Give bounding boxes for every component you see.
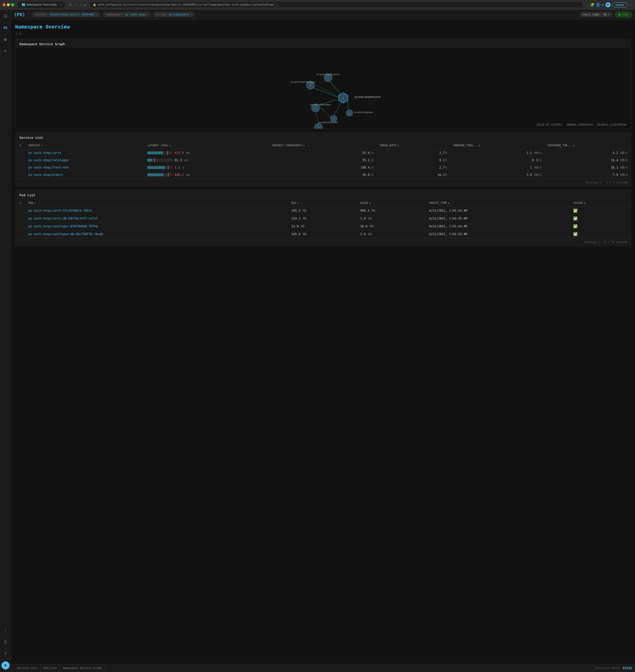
service-graph-area[interactable]: ⊟ px-sock-shop/front-end ⊟ px-sock-shop/… [15, 48, 631, 129]
toolbar-divider-1 [28, 12, 29, 17]
sidebar-logo: PX [1, 24, 9, 32]
service-col-resize [46, 144, 46, 147]
back-button[interactable]: ‹ [75, 3, 78, 7]
browser-tab[interactable]: PX Namespace Overview ✕ [18, 1, 65, 8]
bottom-nav-service-list[interactable]: Service List [14, 664, 40, 672]
bookmarks-icon[interactable]: ☆ [587, 3, 589, 7]
more-icon[interactable]: ⋮ [629, 3, 633, 7]
bottom-nav-pod-list[interactable]: Pod List [40, 664, 60, 672]
svg-line-3 [348, 101, 348, 110]
create-time-col-resize [453, 201, 453, 204]
service-col-error[interactable]: ERROR_RATE ⇅ [377, 142, 450, 149]
sidebar-grid-icon[interactable]: ⊞ [1, 47, 9, 55]
pod-col-rss[interactable]: RSS ⇅ [288, 199, 357, 207]
start-time-selector[interactable]: start_time: -5m ▾ [579, 12, 613, 17]
service-col-service[interactable]: SERVICE ↑ [25, 142, 145, 149]
pod-row-name[interactable]: px-sock-shop/carts-db-64ff6c747f-vzfsf [25, 215, 288, 222]
pod-col-vsize[interactable]: VSIZE ⇅ [357, 199, 426, 207]
service-col-throughput[interactable]: REQUEST_THROUGHPUT ⇅ [269, 142, 377, 149]
service-col-inbound[interactable]: INBOUND_THRO... ⇅ [450, 142, 545, 149]
service-list-table-container: ≡ SERVICE ↑ [15, 142, 631, 179]
sidebar-menu-icon[interactable]: ☰ [1, 12, 9, 20]
sidebar-alert-icon[interactable]: ! [1, 627, 9, 635]
service-row-name[interactable]: px-sock-shop/orders [25, 171, 145, 179]
pixie-brand-bottom: PIXIE [623, 667, 632, 670]
page-expand-icon[interactable]: ✦ [19, 31, 21, 35]
play-icon: ▶ [619, 13, 621, 16]
pod-list-table: ≡ POD ↑ RSS [15, 199, 631, 238]
maximize-dot[interactable] [11, 3, 14, 6]
pod-row-name[interactable]: px-sock-shop/catalogue-db-69cf48ff8-rbvp… [25, 230, 288, 238]
disable-clustering-button[interactable]: DISABLE CLUSTERING [597, 123, 627, 126]
service-graph-svg: ⊟ px-sock-shop/front-end ⊟ px-sock-shop/… [15, 48, 631, 129]
rss-sort-icon: ⇅ [297, 201, 299, 204]
pod-row-rss: 13.9 MB [288, 222, 357, 230]
script-selector[interactable]: script: px/namespace ▾ [153, 12, 194, 17]
pod-row-create-time: 4/21/2021, 1:01:25 AM [426, 215, 570, 222]
bottom-toolbar: Service List Pod List Namespace Service … [11, 664, 635, 672]
svg-text:⊟: ⊟ [315, 107, 316, 109]
service-row-inbound: 1.1 KB/s [450, 149, 545, 157]
bottom-nav-namespace-graph[interactable]: Namespace Service Graph [60, 664, 105, 672]
pod-menu-icon[interactable]: ≡ [18, 201, 22, 204]
svg-text:⊟: ⊟ [327, 77, 329, 79]
svg-line-6 [320, 106, 331, 117]
service-list-footer: Showing 1 - 5 / 7 records [15, 179, 631, 186]
sidebar-help-icon[interactable]: ? [1, 650, 9, 658]
service-row-name[interactable]: px-sock-shop/catalogue [25, 157, 145, 164]
pod-list-table-container: ≡ POD ↑ RSS [15, 199, 631, 238]
pod-col-pod[interactable]: POD ↑ [25, 199, 288, 207]
pod-row-rss: 155.2 MB [288, 207, 357, 215]
sidebar-info-icon[interactable]: 🗒 [1, 638, 9, 646]
run-button[interactable]: ▶ RUN [615, 12, 632, 17]
service-row-index [15, 171, 25, 179]
pod-row-name[interactable]: px-sock-shop/catalogue-8f6fdb6d8-79fhq [25, 222, 288, 230]
namespace-selector[interactable]: namespace*: px-sock-shop ▾ [103, 12, 151, 17]
pod-col-menu[interactable]: ≡ [15, 199, 25, 207]
pod-col-status[interactable]: STATUS ⇅ [570, 199, 631, 207]
tab-close-button[interactable]: ✕ [60, 3, 61, 6]
service-row-name[interactable]: px-sock-shop/front-end [25, 164, 145, 171]
cluster-selector[interactable]: cluster: eksworkshop-eksctl_6936e862 ▾ [32, 12, 100, 17]
forward-button[interactable]: › [80, 3, 82, 7]
refresh-button[interactable]: ↺ [84, 3, 86, 7]
service-row-name[interactable]: px-sock-shop/carts [25, 149, 145, 157]
service-col-outbound[interactable]: OUTBOUND_THR... ⇅ [545, 142, 631, 149]
sidebar-user-avatar[interactable]: H [1, 662, 9, 670]
profile-icon[interactable]: 👤 [596, 3, 600, 7]
settings-icon[interactable]: ⚙ [602, 3, 604, 7]
minimize-dot[interactable] [7, 3, 10, 6]
svg-text:px-sock-shop/payment: px-sock-shop/payment [317, 73, 340, 76]
status-badge: ✅ [573, 224, 577, 228]
inbound-sort-icon: ⇅ [479, 144, 481, 147]
sidebar-settings-icon[interactable]: ⚙ [1, 35, 9, 43]
service-menu-icon[interactable]: ≡ [18, 144, 22, 147]
svg-line-1 [312, 87, 338, 97]
new-tab-button[interactable]: + [69, 2, 71, 7]
namespace-label: namespace*: [106, 13, 124, 16]
rss-col-resize [302, 201, 302, 204]
service-row-latency: 440.2ms [144, 171, 269, 179]
browser-chrome: PX Namespace Overview ✕ + ‹ › ↺ 🔒 work.w… [0, 0, 635, 9]
service-row-throughput: 156.4/s [269, 164, 377, 171]
service-col-latency[interactable]: LATENCY (P99) ⇅ [144, 142, 269, 149]
service-list-body: px-sock-shop/carts 411.5ms 52.8/s 2.7% 1… [15, 149, 631, 179]
service-graph-title: Namespace Service Graph [15, 39, 631, 48]
status-col-label: STATUS [573, 201, 583, 204]
update-button[interactable]: Update [612, 2, 628, 7]
extensions-icon[interactable]: 🧩 [590, 3, 594, 7]
service-col-menu[interactable]: ≡ [15, 142, 25, 149]
execution-stats[interactable]: Execution Stats [595, 667, 620, 670]
svg-text:px-sock-shop/front-end: px-sock-shop/front-end [355, 95, 380, 99]
pod-row-name[interactable]: px-sock-shop/carts-5fc45568c4-29b7n [25, 207, 288, 215]
pod-col-create-time[interactable]: CREATE_TIME ⇅ [426, 199, 570, 207]
namespace-chevron-icon: ▾ [147, 13, 148, 16]
color-by-latency-button[interactable]: COLOR BY LATENCY [537, 123, 563, 126]
address-bar[interactable]: 🔒 work.withpixie.ai/live/clusters/ekswor… [90, 2, 582, 7]
main-area: ⟨PX⟩ cluster: eksworkshop-eksctl_6936e86… [11, 9, 635, 672]
error-col-label: ERROR_RATE [380, 144, 396, 147]
page-link-icon[interactable]: ↗ [15, 31, 17, 35]
profile-h-icon[interactable]: H [606, 2, 611, 7]
enable-hierarchy-button[interactable]: ENABLE HIERARCHY [567, 123, 593, 126]
close-dot[interactable] [2, 3, 5, 6]
